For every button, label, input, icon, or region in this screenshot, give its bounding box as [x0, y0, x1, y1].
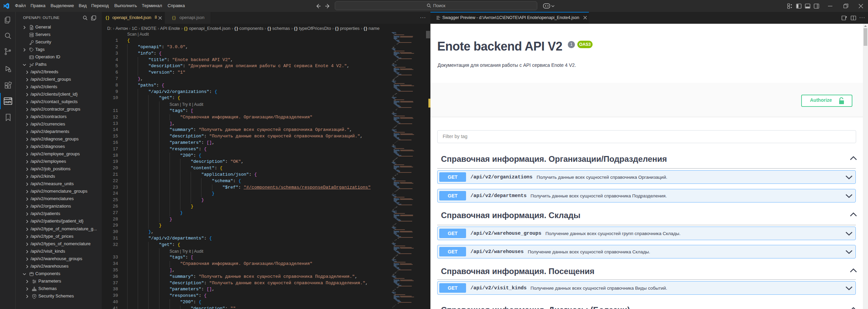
svg-text:/API: /API — [5, 100, 11, 104]
